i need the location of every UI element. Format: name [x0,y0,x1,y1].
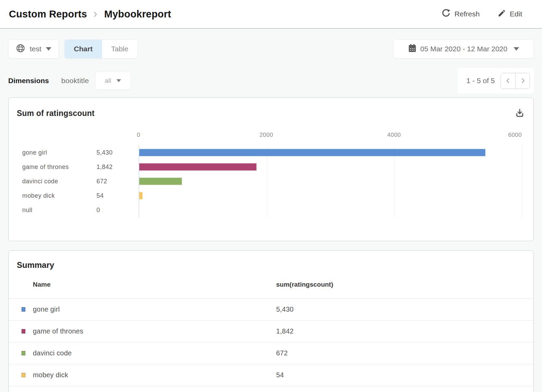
filter-toolbar: test Chart Table [8,39,534,58]
table-row[interactable]: mobey dick 54 [9,364,533,386]
chart-row-header: davinci code672 [9,174,139,188]
category-label: davinci code [9,178,96,185]
page-content: test Chart Table [0,29,542,392]
chart-row-header: null0 [9,203,139,217]
scope-label: test [30,45,41,53]
bar-game-of-thrones[interactable] [139,163,257,171]
dimension-field-booktitle: booktitle [61,77,89,85]
bar-gone-girl[interactable] [139,149,486,156]
chevron-right-icon [519,77,527,84]
bar-row [139,203,522,217]
calendar-icon [408,44,417,54]
column-header-name: Name [33,281,276,288]
category-value: 672 [96,178,139,185]
globe-icon [16,43,25,54]
date-range-label: 05 Mar 2020 - 12 Mar 2020 [420,45,507,53]
row-value: 672 [276,349,533,357]
row-name: mobey dick [33,371,276,379]
chevron-right-icon [92,11,99,18]
x-axis-tick: 0 [137,132,140,139]
view-toggle: Chart Table [64,39,138,58]
category-label: null [9,207,96,214]
breadcrumb-custom-reports[interactable]: Custom Reports [9,9,87,20]
next-page-button[interactable] [515,73,530,89]
dimension-filter-value: all [105,77,111,84]
table-row[interactable]: davinci code 672 [9,342,533,364]
table-row[interactable]: gone girl 5,430 [9,299,533,321]
refresh-label: Refresh [454,10,480,18]
chart-row-header: mobey dick54 [9,188,139,203]
refresh-button[interactable]: Refresh [441,9,480,19]
summary-table-body: gone girl 5,430 game of thrones 1,842 da… [9,299,533,386]
pencil-icon [498,9,506,19]
chart-category-column: gone girl5,430game of thrones1,842davinc… [9,145,139,217]
chevron-down-icon [514,47,519,51]
row-name: game of thrones [33,327,276,335]
download-button[interactable] [515,108,525,119]
download-icon [515,108,525,119]
legend-swatch [22,351,25,355]
pagination: 1 - 5 of 5 [457,68,534,93]
x-axis-tick: 6000 [508,132,522,139]
chevron-down-icon [46,47,51,51]
column-header-value: sum(ratingscount) [276,281,533,288]
category-value: 0 [96,207,139,214]
summary-card: Summary Name sum(ratingscount) gone girl… [8,250,534,392]
tab-chart[interactable]: Chart [65,40,102,58]
category-label: gone girl [9,149,96,156]
category-label: mobey dick [9,192,96,199]
row-value: 5,430 [276,305,533,313]
table-row[interactable]: game of thrones 1,842 [9,321,533,342]
chart-plot [139,145,522,217]
bar-mobey-dick[interactable] [139,192,143,199]
dimension-filter-dropdown[interactable]: all [95,71,131,90]
chart-title: Sum of ratingscount [17,109,94,118]
category-label: game of thrones [9,164,96,171]
header-actions: Refresh Edit [441,9,522,19]
pagination-nav [501,73,530,89]
row-value: 1,842 [276,327,533,335]
chevron-left-icon [504,77,512,84]
legend-swatch [22,329,25,334]
category-value: 1,842 [96,164,139,171]
category-value: 5,430 [96,149,139,156]
tab-table[interactable]: Table [102,40,138,58]
dimensions-label: Dimensions [8,77,49,85]
summary-title: Summary [9,251,533,271]
pagination-range: 1 - 5 of 5 [466,77,495,85]
dimensions-row: Dimensions booktitle all 1 - 5 of 5 [8,68,534,93]
summary-table-header: Name sum(ratingscount) [9,271,533,299]
x-axis-tick: 2000 [259,132,273,139]
refresh-icon [441,9,451,19]
x-axis-tick: 4000 [387,132,401,139]
legend-swatch [22,373,25,377]
page-header: Custom Reports Mybookreport Refresh Edit [0,0,542,29]
chart-card: Sum of ratingscount 0200040006000 gone g… [8,97,534,241]
bar-row [139,174,522,188]
row-name: davinci code [33,349,276,357]
chart-row-header: gone girl5,430 [9,145,139,160]
chevron-down-icon [116,79,121,82]
chart-area: gone girl5,430game of thrones1,842davinc… [9,145,533,217]
edit-button[interactable]: Edit [498,9,522,19]
date-range-dropdown[interactable]: 05 Mar 2020 - 12 Mar 2020 [393,39,534,58]
row-name: gone girl [33,305,276,313]
legend-swatch [22,307,25,312]
scope-dropdown[interactable]: test [8,39,59,58]
breadcrumb: Custom Reports Mybookreport [9,9,171,20]
prev-page-button[interactable] [501,73,515,89]
bar-row [139,145,522,160]
chart-row-header: game of thrones1,842 [9,160,139,174]
bar-davinci-code[interactable] [139,178,182,185]
bar-row [139,160,522,174]
category-value: 54 [96,192,139,199]
row-value: 54 [276,371,533,379]
edit-label: Edit [510,10,522,18]
breadcrumb-report-name: Mybookreport [104,9,171,20]
gridline [522,145,522,217]
chart-x-axis: 0200040006000 [139,132,522,139]
bar-row [139,188,522,203]
